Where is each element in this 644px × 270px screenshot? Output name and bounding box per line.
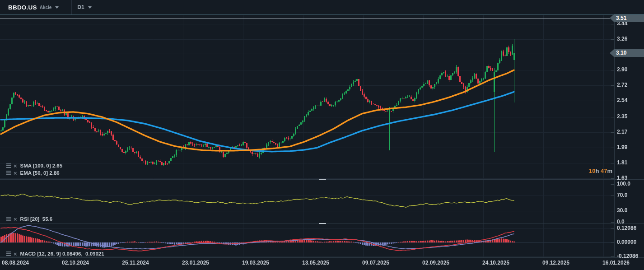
price-tick-label: 1.99 <box>617 144 627 150</box>
instrument-type-label: Akcie <box>40 5 52 10</box>
bar-close-countdown: 10h 47m <box>559 168 612 174</box>
timeframe-selector[interactable]: D1 <box>71 0 91 14</box>
timeframe-label: D1 <box>77 4 84 10</box>
countdown-minutes: 47 <box>601 168 607 174</box>
date-tick-label: 25.11.2024 <box>115 260 156 266</box>
rsi-tick-label: 70.0 <box>617 192 627 198</box>
date-tick-label: 09.07.2025 <box>355 260 396 266</box>
price-tick-label: 2.72 <box>617 82 627 88</box>
countdown-hours-unit: h <box>595 168 601 174</box>
macd-legend-label: MACD [12, 26, 9] 0.08496, 0.09021 <box>20 251 104 256</box>
date-tick-label: 16.01.2026 <box>596 260 636 266</box>
date-tick-label: 02.10.2024 <box>55 260 96 266</box>
chart-canvas[interactable] <box>0 0 644 270</box>
countdown-hours: 10 <box>589 168 595 174</box>
indicator-settings-icon[interactable] <box>6 251 11 256</box>
legend-rsi: × RSI [20] 55.6 <box>6 216 52 222</box>
rsi-legend-label: RSI [20] 55.6 <box>20 216 53 222</box>
symbol-label: BBDO.US <box>8 4 37 11</box>
countdown-minutes-unit: m <box>607 168 612 174</box>
rsi-tick-label: 30.0 <box>617 207 627 214</box>
rsi-tick-label: 0.0 <box>617 219 625 225</box>
rsi-tick-label: 100.0 <box>617 181 630 187</box>
price-tick-label: 2.90 <box>617 66 627 73</box>
chevron-down-icon <box>88 6 92 9</box>
price-tick-label: 2.54 <box>617 97 627 103</box>
indicator-close-icon[interactable]: × <box>14 171 17 176</box>
ema-legend-label: EMA [50, 0] 2.86 <box>20 170 60 176</box>
macd-tick-label: -0.12086 <box>617 253 638 259</box>
trading-chart-window: BBDO.US Akcie D1 × SMA [100, 0] 2.65 × E… <box>0 0 644 270</box>
legend-ema: × EMA [50, 0] 2.86 <box>6 170 60 176</box>
price-marker-badge: 3.51 <box>610 14 644 22</box>
date-tick-label: 08.08.2024 <box>0 260 36 266</box>
date-tick-label: 24.10.2025 <box>476 260 516 266</box>
indicator-close-icon[interactable]: × <box>14 251 17 256</box>
chart-topbar: BBDO.US Akcie D1 <box>0 0 644 15</box>
indicator-settings-icon[interactable] <box>6 171 11 175</box>
date-tick-label: 09.12.2025 <box>536 260 576 266</box>
indicator-close-icon[interactable]: × <box>14 217 17 222</box>
price-tick-label: 2.17 <box>617 129 627 135</box>
price-tick-label: 3.26 <box>617 36 627 42</box>
price-tick-label: 2.35 <box>617 113 627 120</box>
indicator-settings-icon[interactable] <box>6 163 11 168</box>
sma-legend-label: SMA [100, 0] 2.65 <box>20 163 63 168</box>
date-tick-label: 13.05.2025 <box>295 260 336 266</box>
date-tick-label: 23.01.2025 <box>175 260 216 266</box>
symbol-selector[interactable]: BBDO.US Akcie <box>0 0 66 14</box>
chevron-down-icon <box>55 6 59 9</box>
date-tick-label: 02.09.2025 <box>415 260 456 266</box>
legend-sma: × SMA [100, 0] 2.65 <box>6 163 62 168</box>
indicator-settings-icon[interactable] <box>6 217 11 221</box>
legend-macd: × MACD [12, 26, 9] 0.08496, 0.09021 <box>6 251 104 256</box>
date-tick-label: 19.03.2025 <box>235 260 276 266</box>
price-tick-label: 1.81 <box>617 159 627 166</box>
price-marker-badge: 3.10 <box>610 49 644 57</box>
macd-tick-label: 0.12086 <box>617 225 636 231</box>
indicator-close-icon[interactable]: × <box>14 163 17 168</box>
macd-tick-label: 0.00000 <box>617 239 636 245</box>
